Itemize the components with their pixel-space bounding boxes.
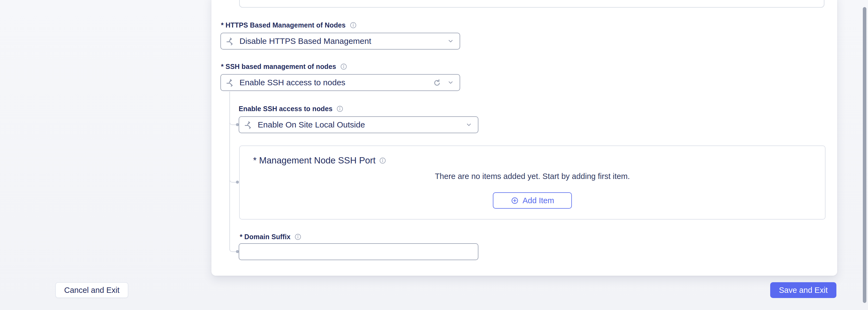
info-icon[interactable] <box>350 22 356 29</box>
domain-suffix-input[interactable] <box>239 243 478 260</box>
ssh-management-select[interactable]: Enable SSH access to nodes <box>220 74 460 91</box>
chevron-down-icon <box>447 79 454 86</box>
plus-circle-icon <box>510 196 519 205</box>
empty-list-message: There are no items added yet. Start by a… <box>239 171 826 182</box>
ssh-field-label: * SSH based management of nodes <box>221 63 336 70</box>
cancel-and-exit-button[interactable]: Cancel and Exit <box>55 282 128 298</box>
page: * HTTPS Based Management of Nodes Disabl… <box>0 0 868 310</box>
vertical-scrollbar[interactable] <box>863 7 866 303</box>
info-icon[interactable] <box>337 105 343 112</box>
https-field-label: * HTTPS Based Management of Nodes <box>221 21 346 29</box>
info-icon[interactable] <box>340 63 347 70</box>
branch-icon <box>226 78 235 87</box>
tree-connector-line <box>229 92 230 250</box>
ssh-management-select-value: Enable SSH access to nodes <box>240 78 432 87</box>
tree-elbow <box>229 121 237 125</box>
branch-icon <box>244 120 253 129</box>
branch-icon <box>226 36 235 46</box>
info-icon[interactable] <box>379 157 386 164</box>
tree-elbow <box>229 248 237 252</box>
ssh-port-panel-title: * Management Node SSH Port <box>253 155 375 166</box>
info-icon[interactable] <box>294 234 301 240</box>
add-item-button[interactable]: Add Item <box>493 192 572 209</box>
https-field-label-row: * HTTPS Based Management of Nodes <box>221 20 356 31</box>
ssh-field-label-row: * SSH based management of nodes <box>221 61 347 72</box>
chevron-down-icon <box>465 121 472 128</box>
ssh-access-mode-select-value: Enable On Site Local Outside <box>258 120 465 129</box>
save-and-exit-button[interactable]: Save and Exit <box>770 282 836 298</box>
chevron-down-icon <box>447 38 454 45</box>
reload-icon[interactable] <box>432 79 440 87</box>
tree-node-dot <box>236 181 239 184</box>
previous-field-input[interactable] <box>239 0 825 8</box>
ssh-access-mode-select[interactable]: Enable On Site Local Outside <box>239 116 478 133</box>
domain-suffix-label-row: * Domain Suffix <box>240 231 301 242</box>
add-item-button-label: Add Item <box>523 196 554 205</box>
tree-elbow <box>229 178 237 183</box>
ssh-nested-label: Enable SSH access to nodes <box>239 105 332 113</box>
ssh-port-title-row: * Management Node SSH Port <box>253 154 386 167</box>
ssh-nested-label-row: Enable SSH access to nodes <box>239 103 343 114</box>
https-management-select-value: Disable HTTPS Based Management <box>240 36 447 46</box>
domain-suffix-label: * Domain Suffix <box>240 233 290 241</box>
https-management-select[interactable]: Disable HTTPS Based Management <box>220 33 460 50</box>
